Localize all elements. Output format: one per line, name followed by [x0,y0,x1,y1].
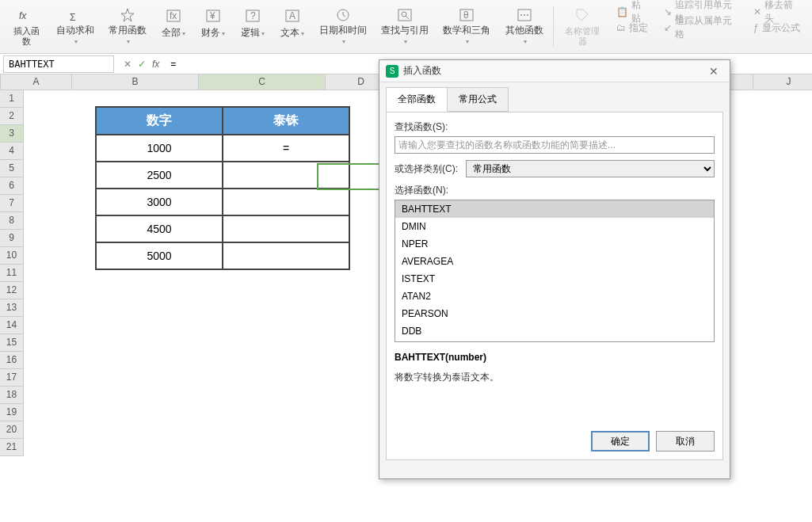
list-item[interactable]: NPER [395,235,714,253]
label: 名称管理器 [562,26,604,47]
ok-button[interactable]: 确定 [591,431,650,452]
star-icon [120,6,135,24]
text-button[interactable]: A 文本▾ [273,3,311,49]
table-cell[interactable]: 4500 [96,215,223,242]
row-header[interactable]: 2 [0,108,24,125]
app-icon: S [386,65,398,78]
table-cell[interactable] [223,215,349,242]
list-item[interactable]: BAHTTEXT [395,200,714,218]
row-header[interactable]: 19 [0,404,24,421]
list-item[interactable]: ISTEXT [395,270,714,288]
row-header[interactable]: 3 [0,125,24,143]
accept-icon[interactable]: ✓ [138,59,146,70]
audit-group: ↘追踪引用单元格 ↙追踪从属单元格 [658,3,745,36]
row-header[interactable]: 21 [0,439,24,456]
table-header[interactable]: 数字 [96,107,223,135]
select-function-label: 选择函数(N): [395,184,715,197]
dialog-titlebar[interactable]: S 插入函数 ✕ [379,60,730,82]
dialog-title: 插入函数 [403,64,704,78]
trace-dependents-button[interactable]: ↙追踪从属单元格 [664,21,739,35]
row-header[interactable]: 1 [0,90,24,108]
paste-name-button[interactable]: 📋粘贴 [616,5,650,19]
table-cell[interactable]: 5000 [96,242,223,269]
cancel-button[interactable]: 取消 [656,431,715,452]
row-header[interactable]: 4 [0,143,24,160]
row-header[interactable]: 8 [0,212,24,230]
name-box[interactable]: BAHTTEXT [3,55,114,73]
list-item[interactable]: AVERAGEA [395,253,714,270]
row-header[interactable]: 20 [0,421,24,439]
table-cell-active[interactable]: = [223,135,349,162]
remove-arrows-icon: ✕ [753,6,761,17]
table-cell[interactable] [223,242,349,269]
list-item[interactable]: PEARSON [395,305,714,322]
col-header[interactable]: J [753,74,812,90]
row-header[interactable]: 17 [0,369,24,387]
row-header[interactable]: 10 [0,247,24,265]
all-button[interactable]: fx 全部▾ [154,3,193,49]
cancel-icon[interactable]: ✕ [124,59,132,70]
label: 财务▾ [201,28,225,39]
trace-prec-icon: ↘ [664,6,672,17]
svg-point-18 [524,14,525,16]
table-cell[interactable] [223,189,349,215]
table-cell[interactable] [223,162,349,189]
tag-icon [574,6,590,25]
svg-marker-2 [121,9,134,21]
row-header[interactable]: 6 [0,177,24,195]
row-header[interactable]: 15 [0,334,24,352]
search-input[interactable] [395,136,715,154]
label: 查找与引用▾ [379,25,430,47]
math-button[interactable]: θ 数学和三角▾ [436,3,497,49]
svg-text:fx: fx [170,10,177,21]
list-item[interactable]: ATAN2 [395,288,714,305]
row-header[interactable]: 13 [0,299,24,317]
other-button[interactable]: 其他函数▾ [498,3,549,49]
row-header[interactable]: 11 [0,265,24,282]
fx-icon: fx [17,6,35,25]
row-header[interactable]: 14 [0,317,24,334]
text-a-icon: A [284,6,300,26]
table-cell[interactable]: 2500 [96,162,223,189]
yen-icon: ¥ [205,6,221,26]
row-header[interactable]: 16 [0,352,24,369]
sigma-icon: Σ [67,6,84,24]
row-header[interactable]: 5 [0,160,24,177]
show-formula-button[interactable]: ƒ显示公式 [753,21,801,35]
insert-function-button[interactable]: fx 插入函数 [5,3,48,49]
theta-icon: θ [459,6,475,24]
clock-icon [335,6,351,24]
list-item[interactable]: DMIN [395,218,714,235]
define-icon: 🗂 [616,22,626,33]
row-header[interactable]: 9 [0,230,24,247]
remove-arrows-button[interactable]: ✕移去箭头 [753,5,801,19]
question-icon: ? [245,6,261,26]
table-cell[interactable]: 3000 [96,189,223,215]
audit-group2: ✕移去箭头 ƒ显示公式 [747,3,807,36]
tab-all-functions[interactable]: 全部函数 [386,87,448,112]
table-cell[interactable]: 1000 [96,135,223,162]
show-formula-icon: ƒ [753,22,759,33]
col-header[interactable]: C [199,74,326,90]
row-header[interactable]: 18 [0,387,24,404]
fx-icon[interactable]: fx [152,59,159,70]
row-header[interactable]: 7 [0,195,24,212]
row-header[interactable]: 12 [0,282,24,299]
autosum-button[interactable]: Σ 自动求和▾ [50,3,101,49]
financial-button[interactable]: ¥ 财务▾ [194,3,232,49]
dots-icon [517,6,532,24]
datetime-button[interactable]: 日期和时间▾ [313,3,373,49]
close-icon[interactable]: ✕ [704,63,723,79]
col-header[interactable]: B [72,74,199,90]
table-header[interactable]: 泰铢 [223,107,349,135]
define-name-button[interactable]: 🗂指定 [616,21,650,35]
function-list[interactable]: BAHTTEXT DMIN NPER AVERAGEA ISTEXT ATAN2… [395,200,715,342]
tab-common-formulas[interactable]: 常用公式 [447,87,509,112]
col-header[interactable]: A [1,74,72,90]
logical-button[interactable]: ? 逻辑▾ [234,3,272,49]
lookup-button[interactable]: 查找与引用▾ [375,3,435,49]
list-item[interactable]: DDB [395,322,714,340]
category-select[interactable]: 常用函数 [466,160,715,177]
recent-button[interactable]: 常用函数▾ [102,3,153,49]
name-manager-button[interactable]: 名称管理器 [557,3,608,49]
